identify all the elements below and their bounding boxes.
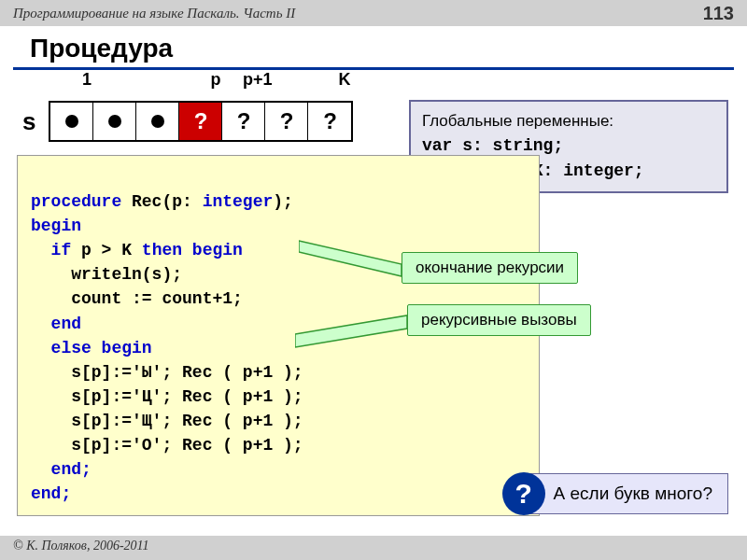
col-K: K [323,70,366,90]
book-title: Программирование на языке Паскаль. Часть… [13,6,295,21]
col-p1: p+1 [237,70,289,90]
cell-filled [136,103,179,140]
question-text: А если букв много? [525,473,728,514]
array-cells: ? ? ? ? [49,101,353,142]
callout-end-recursion: окончание рекурсии [402,252,578,284]
header-bar: Программирование на языке Паскаль. Часть… [0,0,747,26]
col-1: 1 [65,70,108,90]
array-column-labels: 1 p p+1 K [65,70,747,90]
cell-unknown: ? [265,103,308,140]
cell-unknown: ? [222,103,265,140]
page-number: 113 [703,3,734,24]
cell-filled [93,103,136,140]
array-label: s [22,107,35,136]
callout-recursive-calls: рекурсивные вызовы [407,304,591,336]
question-icon: ? [502,472,545,515]
cell-filled [50,103,93,140]
callout-tail-2 [295,308,416,355]
callout-tail-1 [299,231,411,278]
svg-marker-0 [299,241,402,276]
svg-marker-1 [295,315,407,347]
cell-current: ? [179,103,222,140]
question-bubble: ? А если букв много? [502,472,728,515]
globals-title: Глобальные переменные: [422,109,715,133]
cell-unknown: ? [308,103,351,140]
col-p: p [194,70,237,90]
footer: © К. Поляков, 2006-2011 [0,536,747,560]
slide-title: Процедура [13,26,734,70]
